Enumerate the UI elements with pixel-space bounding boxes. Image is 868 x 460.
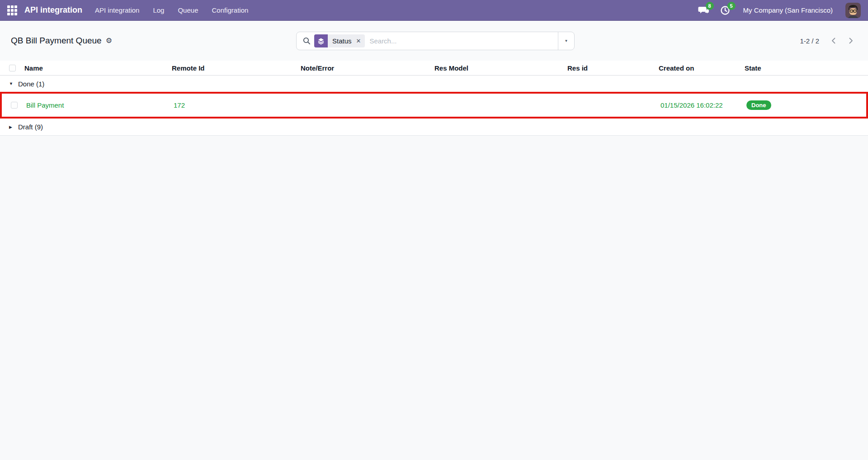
navbar-right: 8 5 My Company (San Francisco) (698, 3, 861, 18)
column-header-res-id[interactable]: Res id (563, 64, 654, 72)
search-facet-status: Status ✕ (314, 34, 365, 47)
user-avatar[interactable] (845, 3, 861, 18)
cell-created-on: 01/15/2026 16:02:22 (656, 101, 742, 109)
list-header-row: Name Remote Id Note/Error Res Model Res … (0, 61, 868, 76)
chevron-right-icon (847, 37, 855, 45)
chevron-down-icon: ▼ (565, 39, 568, 43)
pager-previous-button[interactable] (827, 34, 840, 47)
cell-remote-id: 172 (169, 101, 298, 109)
facet-label[interactable]: Status (328, 34, 355, 47)
pager-next-button[interactable] (844, 34, 857, 47)
group-row-draft[interactable]: ▶ Draft (9) (0, 119, 868, 136)
menu-item-queue[interactable]: Queue (178, 6, 198, 14)
page-title: QB Bill Payment Queue (11, 36, 102, 46)
search-input[interactable] (369, 37, 558, 45)
menu-item-configration[interactable]: Configration (212, 6, 249, 14)
column-header-state[interactable]: State (740, 64, 868, 72)
column-header-note-error[interactable]: Note/Error (296, 64, 430, 72)
search-dropdown-toggle[interactable]: ▼ (558, 32, 574, 50)
cell-name: Bill Payment (22, 101, 169, 109)
row-checkbox[interactable] (11, 102, 18, 109)
cell-state: Done (742, 100, 866, 110)
navbar-menu: API integration Log Queue Configration (95, 6, 248, 14)
pager-value[interactable]: 1-2 / 2 (800, 37, 819, 45)
filter-layers-icon (314, 34, 328, 47)
activities-badge: 5 (727, 2, 736, 10)
top-navbar: API integration API integration Log Queu… (0, 0, 868, 21)
gear-icon[interactable]: ⚙ (106, 37, 112, 44)
menu-item-log[interactable]: Log (153, 6, 164, 14)
menu-item-api-integration[interactable]: API integration (95, 6, 139, 14)
status-badge-done: Done (746, 100, 771, 110)
company-switcher[interactable]: My Company (San Francisco) (743, 6, 833, 14)
column-header-created-on[interactable]: Created on (654, 64, 740, 72)
chevron-left-icon (830, 37, 838, 45)
group-label-draft: Draft (9) (18, 123, 43, 131)
table-row-bill-payment[interactable]: Bill Payment 172 01/15/2026 16:02:22 Don… (2, 94, 866, 117)
search-bar: Status ✕ ▼ (296, 32, 575, 50)
messages-button[interactable]: 8 (698, 5, 710, 16)
facet-remove-icon[interactable]: ✕ (355, 34, 365, 47)
caret-down-icon: ▼ (9, 81, 18, 86)
messages-badge: 8 (706, 2, 714, 10)
search-icon (303, 37, 311, 45)
control-panel: QB Bill Payment Queue ⚙ Status ✕ ▼ (0, 21, 868, 61)
caret-right-icon: ▶ (9, 125, 18, 129)
group-row-done[interactable]: ▼ Done (1) (0, 76, 868, 92)
list-view: Name Remote Id Note/Error Res Model Res … (0, 61, 868, 136)
pager: 1-2 / 2 (800, 21, 857, 61)
column-header-remote-id[interactable]: Remote Id (167, 64, 296, 72)
group-label-done: Done (1) (18, 80, 44, 88)
activities-button[interactable]: 5 (720, 5, 731, 16)
annotation-highlight: Bill Payment 172 01/15/2026 16:02:22 Don… (0, 92, 868, 119)
app-name[interactable]: API integration (24, 5, 82, 15)
column-header-name[interactable]: Name (20, 64, 167, 72)
column-header-res-model[interactable]: Res Model (430, 64, 563, 72)
apps-grid-icon[interactable] (7, 5, 17, 15)
select-all-checkbox[interactable] (9, 65, 16, 71)
